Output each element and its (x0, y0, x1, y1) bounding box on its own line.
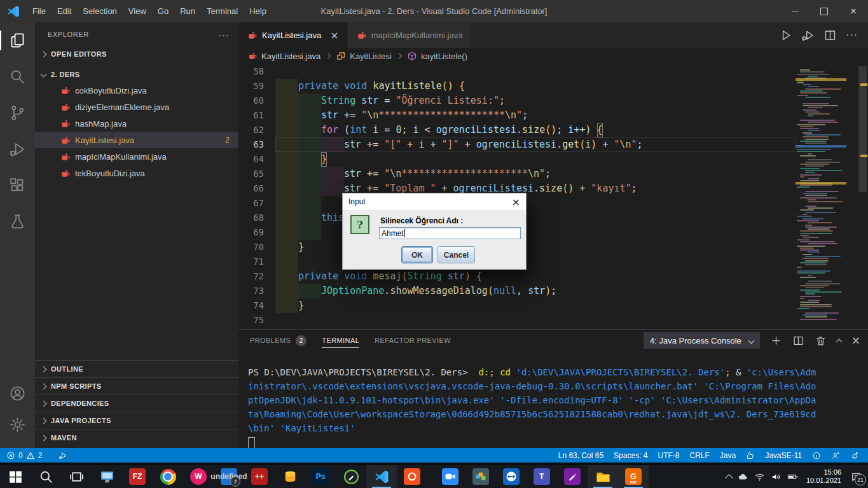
activity-explorer[interactable] (0, 22, 35, 59)
app-computer[interactable] (92, 465, 122, 488)
code-line-58[interactable]: 58 (238, 64, 868, 79)
app-coins[interactable] (275, 465, 305, 488)
menu-view[interactable]: View (123, 0, 152, 22)
menu-file[interactable]: File (27, 0, 52, 22)
menu-terminal[interactable]: Terminal (201, 0, 244, 22)
section-maven[interactable]: MAVEN (35, 429, 238, 446)
hidden-icons-chevron[interactable] (725, 474, 733, 482)
section-dependencies[interactable]: DEPENDENCIES (35, 394, 238, 412)
split-terminal-button[interactable] (792, 335, 804, 347)
minimap[interactable] (796, 64, 846, 330)
dialog-close-icon[interactable]: × (512, 196, 520, 208)
tab-close-icon[interactable]: × (330, 29, 338, 41)
terminal-select[interactable]: 4: Java Process Console (644, 332, 760, 349)
problems-status[interactable]: 0 2 (0, 451, 67, 460)
code-line-71[interactable]: 71 (238, 254, 868, 269)
file-item-tekBoyutluDizi.java[interactable]: tekBoyutluDizi.java (35, 165, 238, 181)
code-line-65[interactable]: 65str += "\n**********************\n"; (238, 167, 868, 181)
taskbar-clock[interactable]: 15:06 10.01.2021 (806, 468, 841, 485)
menu-run[interactable]: Run (174, 0, 201, 22)
app-chrome[interactable] (153, 465, 183, 488)
code-editor[interactable]: 5859private void kayitListele() {60Strin… (238, 64, 868, 330)
file-item-cokBoyutluDizi.java[interactable]: cokBoyutluDizi.java (35, 82, 238, 99)
eol-sequence[interactable]: CRLF (689, 451, 709, 460)
panel-tab-refactor-preview[interactable]: REFACTOR PREVIEW (375, 330, 451, 351)
debug-run-button[interactable] (801, 29, 815, 42)
code-line-70[interactable]: 70} (238, 240, 868, 254)
breadcrumb[interactable]: KayitListesi.javaKayitListesikayitListel… (238, 48, 868, 64)
code-line-61[interactable]: 61str += "\n**********************\n"; (238, 108, 868, 123)
run-button[interactable] (779, 29, 792, 42)
encoding[interactable]: UTF-8 (658, 451, 679, 460)
code-line-67[interactable]: 67 (238, 196, 868, 211)
code-line-64[interactable]: 64} (238, 152, 868, 167)
app-gaaiho-pdf[interactable]: GPDF (618, 465, 649, 488)
breadcrumb-item[interactable]: kayitListele() (421, 52, 467, 61)
student-name-input[interactable]: Ahmet (379, 227, 521, 239)
code-line-66[interactable]: 66str += "Toplam " + ogrenciListesi.size… (238, 181, 868, 196)
cursor-position[interactable]: Ln 63, Col 65 (558, 451, 603, 460)
breadcrumb-item[interactable]: KayitListesi (350, 52, 392, 61)
activity-source-control[interactable] (0, 95, 35, 131)
language-mode[interactable]: Java (720, 451, 736, 460)
app-notes[interactable] (557, 465, 588, 488)
task-view[interactable] (61, 465, 92, 488)
terminal-output[interactable]: PS D:\DEV\JAVA\PROJECTS\BIREYSEL\2. Ders… (248, 365, 855, 449)
notifications-bell-icon[interactable] (850, 451, 859, 460)
code-line-75[interactable]: 75 (238, 313, 868, 328)
editor-scrollbar[interactable] (857, 64, 868, 330)
file-item-diziyeElemanEkleme.java[interactable]: diziyeElemanEkleme.java (35, 99, 238, 115)
menu-help[interactable]: Help (244, 0, 272, 22)
code-line-59[interactable]: 59private void kayitListele() { (238, 79, 868, 94)
section-outline[interactable]: OUTLINE (35, 360, 238, 377)
debug-status-icon[interactable] (59, 451, 67, 460)
activity-testing[interactable] (0, 204, 35, 240)
menu-go[interactable]: Go (152, 0, 174, 22)
app-teamviewer[interactable] (496, 465, 527, 488)
kill-terminal-button[interactable] (815, 335, 827, 347)
app-wampserver[interactable]: W (183, 465, 214, 488)
split-editor-button[interactable] (823, 29, 837, 42)
editor-tab-mapIciMapKullanimi.java[interactable]: mapIciMapKullanimi.java (348, 22, 472, 48)
code-line-62[interactable]: 62for (int i = 0; i < ogrenciListesi.siz… (238, 123, 868, 137)
new-terminal-button[interactable] (770, 335, 782, 347)
activity-run-debug[interactable] (0, 131, 35, 167)
code-line-72[interactable]: 72private void mesaj(String str) { (238, 269, 868, 284)
action-center-icon[interactable]: 21 (851, 471, 862, 482)
app-screen-capture[interactable] (397, 465, 427, 488)
file-item-hashMap.java[interactable]: hashMap.java (35, 115, 238, 132)
cancel-button[interactable]: Cancel (437, 246, 475, 263)
ok-button[interactable]: OK (401, 246, 433, 263)
panel-tab-terminal[interactable]: TERMINAL (322, 330, 359, 351)
folder-section[interactable]: 2. DERS (35, 66, 238, 82)
close-button[interactable]: × (839, 0, 868, 22)
thumbs-up-icon[interactable] (746, 451, 755, 460)
app-zoom[interactable] (435, 465, 465, 488)
app-mail[interactable]: undefined7 (214, 465, 244, 488)
app-vscode[interactable] (366, 465, 397, 488)
indentation[interactable]: Spaces: 4 (614, 451, 647, 460)
code-line-74[interactable]: 74} (238, 298, 868, 313)
code-line-63[interactable]: 63str += "[" + i + "]" + ogrenciListesi.… (238, 137, 868, 152)
app-photoshop[interactable]: Ps (305, 465, 336, 488)
app-eraser[interactable]: ++ (244, 465, 275, 488)
app-filezilla[interactable]: FZ (122, 465, 153, 488)
menu-edit[interactable]: Edit (52, 0, 77, 22)
wifi-icon[interactable] (754, 471, 765, 482)
app-teams[interactable]: T (527, 465, 557, 488)
start-button[interactable] (0, 465, 31, 488)
code-line-69[interactable]: 69 (238, 225, 868, 240)
activity-settings[interactable] (0, 409, 35, 440)
section-java-projects[interactable]: JAVA PROJECTS (35, 412, 238, 429)
editor-tab-KayitListesi.java[interactable]: KayitListesi.java× (238, 22, 348, 48)
feedback-icon[interactable] (831, 451, 840, 460)
code-line-68[interactable]: 68this.mesaj(str); (238, 211, 868, 225)
app-screen-recorder[interactable] (336, 465, 366, 488)
code-line-73[interactable]: 73JOptionPane.showMessageDialog(null, st… (238, 284, 868, 298)
file-item-mapIciMapKullanimi.java[interactable]: mapIciMapKullanimi.java (35, 148, 238, 165)
section-npm-scripts[interactable]: NPM SCRIPTS (35, 377, 238, 394)
activity-search[interactable] (0, 59, 35, 95)
app-vmware[interactable] (465, 465, 496, 488)
minimize-button[interactable] (780, 0, 809, 22)
more-actions-button[interactable]: ··· (846, 29, 858, 41)
